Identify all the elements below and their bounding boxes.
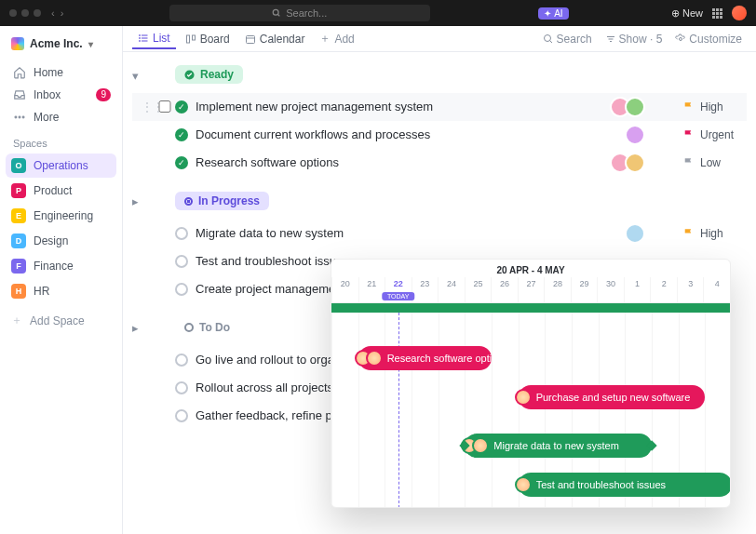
- priority-flag-icon[interactable]: [682, 227, 695, 239]
- priority-flag-icon[interactable]: [682, 156, 695, 168]
- task-title[interactable]: Implement new project management system: [196, 100, 615, 113]
- timeline-day[interactable]: 24: [438, 277, 465, 302]
- space-design[interactable]: DDesign: [6, 229, 116, 253]
- status-icon[interactable]: [175, 381, 188, 394]
- timeline-bar-label: Purchase and setup new software: [536, 392, 691, 403]
- ai-button[interactable]: ✦ AI: [538, 7, 568, 20]
- home-icon: [13, 66, 26, 79]
- titlebar: ‹ › Search... ✦ AI ⊕ New: [0, 0, 756, 26]
- drag-handle-icon[interactable]: ⋮⋮: [142, 100, 155, 113]
- task-row[interactable]: ⋮⋮✓Research software optionsLow: [132, 149, 747, 177]
- timeline-day[interactable]: 20: [331, 277, 358, 302]
- timeline-body[interactable]: Research software optionsPurchase and se…: [331, 313, 730, 508]
- assignees[interactable]: [630, 223, 645, 244]
- timeline-range-label: 20 APR - 4 MAY: [331, 260, 730, 277]
- group-todo[interactable]: To Do: [175, 318, 239, 337]
- list-icon: [138, 33, 149, 44]
- space-product[interactable]: PProduct: [6, 179, 116, 203]
- toolbar-search-button[interactable]: Search: [538, 33, 597, 46]
- space-label: Finance: [34, 260, 74, 273]
- task-row[interactable]: ⋮⋮✓Document current workflows and proces…: [132, 121, 747, 149]
- board-icon: [185, 33, 196, 45]
- timeline-bar-label: Research software options: [387, 353, 508, 364]
- nav-more[interactable]: More: [6, 106, 116, 128]
- space-label: Engineering: [34, 209, 93, 222]
- customize-button[interactable]: Customize: [670, 33, 747, 46]
- status-icon[interactable]: [175, 283, 188, 296]
- timeline-day[interactable]: 29: [571, 277, 598, 302]
- status-icon[interactable]: [175, 227, 188, 240]
- workspace-logo-icon: [11, 37, 24, 50]
- svg-point-4: [22, 116, 24, 118]
- space-avatar: D: [11, 234, 26, 248]
- nav-back-icon[interactable]: ‹: [51, 7, 55, 19]
- timeline-day[interactable]: 25: [465, 277, 492, 302]
- space-label: Operations: [34, 159, 88, 172]
- status-icon[interactable]: [175, 409, 188, 422]
- assignees[interactable]: [630, 125, 645, 145]
- view-tab-list[interactable]: List: [132, 28, 176, 49]
- apps-grid-icon[interactable]: [712, 8, 722, 19]
- timeline-day[interactable]: 2: [650, 277, 677, 302]
- task-title[interactable]: Research software options: [196, 155, 615, 169]
- status-icon[interactable]: [175, 255, 188, 268]
- status-icon[interactable]: ✓: [175, 156, 188, 169]
- status-icon[interactable]: ✓: [175, 128, 188, 141]
- task-title[interactable]: Migrate data to new system: [196, 226, 630, 240]
- timeline-bar[interactable]: Migrate data to new system: [465, 434, 652, 458]
- space-operations[interactable]: OOperations: [6, 154, 116, 178]
- nav-inbox[interactable]: Inbox 9: [6, 84, 116, 106]
- add-view-button[interactable]: ＋ Add: [314, 27, 359, 50]
- task-checkbox[interactable]: [158, 100, 171, 113]
- window-controls[interactable]: [9, 9, 41, 17]
- timeline-day[interactable]: 1: [624, 277, 651, 302]
- svg-point-9: [140, 38, 141, 39]
- assignees[interactable]: [615, 97, 645, 117]
- timeline-day[interactable]: 4: [703, 277, 730, 302]
- assignees[interactable]: [615, 153, 645, 173]
- view-tab-calendar[interactable]: Calendar: [239, 29, 311, 49]
- priority-flag-icon[interactable]: [682, 100, 695, 113]
- space-avatar: O: [11, 158, 26, 173]
- task-row[interactable]: ⋮⋮Migrate data to new systemHigh: [132, 220, 747, 247]
- priority-label: Low: [700, 156, 747, 169]
- collapse-icon[interactable]: ▾: [132, 69, 143, 83]
- status-icon[interactable]: ✓: [175, 100, 188, 113]
- view-tab-board[interactable]: Board: [180, 29, 236, 49]
- group-ready[interactable]: Ready: [175, 65, 243, 84]
- new-button[interactable]: ⊕ New: [671, 7, 703, 20]
- timeline-day[interactable]: 21: [358, 277, 385, 302]
- timeline-day[interactable]: 28: [544, 277, 571, 302]
- workspace-switcher[interactable]: Acme Inc. ▾: [6, 33, 116, 54]
- timeline-day[interactable]: 23: [412, 277, 439, 302]
- svg-rect-11: [186, 35, 189, 43]
- task-title[interactable]: Document current workflows and processes: [196, 127, 630, 141]
- timeline-day[interactable]: 27: [518, 277, 545, 302]
- timeline-bar[interactable]: Test and troubleshoot issues: [519, 473, 731, 497]
- timeline-day[interactable]: 3: [677, 277, 704, 302]
- svg-point-0: [273, 9, 278, 15]
- search-icon: [543, 33, 554, 45]
- today-line: [398, 313, 399, 508]
- space-hr[interactable]: HHR: [6, 279, 116, 303]
- collapse-icon[interactable]: ▸: [132, 321, 143, 335]
- collapse-icon[interactable]: ▸: [132, 194, 143, 208]
- nav-home[interactable]: Home: [6, 61, 116, 84]
- timeline-bar[interactable]: Research software options: [358, 346, 492, 370]
- task-row[interactable]: ⋮⋮✓Implement new project management syst…: [132, 93, 747, 121]
- nav-forward-icon[interactable]: ›: [61, 7, 64, 19]
- user-avatar[interactable]: [732, 6, 747, 20]
- timeline-bar[interactable]: Purchase and setup new software: [519, 385, 706, 409]
- space-engineering[interactable]: EEngineering: [6, 204, 116, 228]
- timeline-panel[interactable]: 20 APR - 4 MAY 2021222324252627282930123…: [331, 259, 731, 508]
- add-space-button[interactable]: ＋ Add Space: [6, 307, 116, 334]
- timeline-day[interactable]: 26: [491, 277, 518, 302]
- timeline-day[interactable]: 30: [597, 277, 624, 302]
- global-search-input[interactable]: Search...: [169, 5, 430, 21]
- calendar-icon: [245, 33, 256, 45]
- space-finance[interactable]: FFinance: [6, 254, 116, 278]
- group-in_progress[interactable]: In Progress: [175, 192, 269, 210]
- priority-flag-icon[interactable]: [682, 128, 695, 140]
- show-filter-button[interactable]: Show · 5: [601, 33, 668, 46]
- status-icon[interactable]: [175, 354, 188, 367]
